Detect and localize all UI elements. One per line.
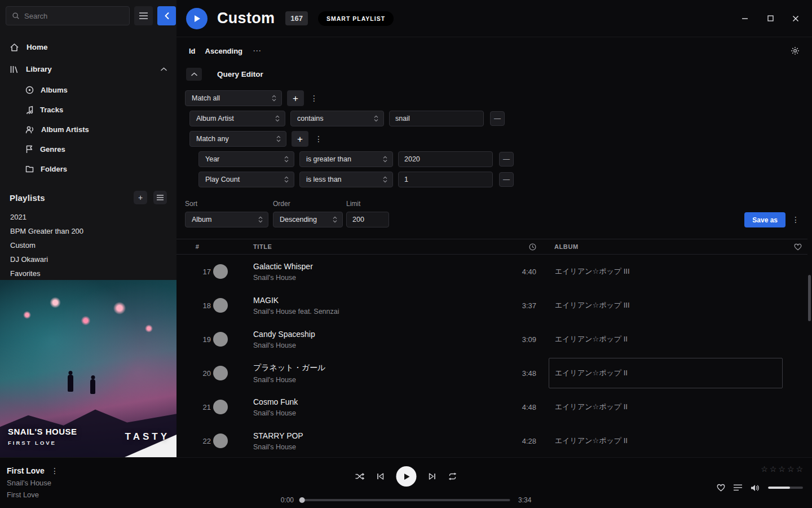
- next-track-button[interactable]: [429, 472, 436, 480]
- sub-item-label: Albums: [41, 86, 68, 94]
- remove-rule-button[interactable]: —: [499, 152, 514, 167]
- play-pause-button[interactable]: [396, 466, 417, 487]
- rule-field-dropdown[interactable]: Play Count: [198, 172, 294, 187]
- dropdown-arrows-icon: [383, 176, 387, 183]
- order-label: Order: [273, 200, 346, 208]
- volume-icon[interactable]: [751, 484, 760, 492]
- shuffle-button[interactable]: [355, 472, 365, 480]
- star-icon[interactable]: ☆: [761, 465, 768, 474]
- table-row[interactable]: 18 MAGIK Snail's House feat. Sennzai 3:3…: [176, 288, 807, 322]
- now-playing-menu-button[interactable]: ⋮: [51, 466, 58, 475]
- rule-field-dropdown[interactable]: Year: [198, 151, 294, 167]
- add-playlist-button[interactable]: +: [134, 191, 147, 204]
- sort-field-button[interactable]: Id: [189, 47, 196, 55]
- track-album[interactable]: エイリアン☆ポップ III: [549, 256, 783, 287]
- track-album[interactable]: エイリアン☆ポップ II: [549, 392, 783, 422]
- hamburger-menu-button[interactable]: [134, 6, 153, 25]
- close-button[interactable]: [792, 15, 800, 23]
- table-row[interactable]: 22 STARRY POP Snail's House 4:28 エイリアン☆ポ…: [176, 424, 807, 457]
- page-title: Custom: [217, 10, 275, 27]
- star-icon[interactable]: ☆: [796, 465, 803, 474]
- music-note-icon: [25, 106, 33, 114]
- sort-by-dropdown[interactable]: Album: [185, 212, 268, 227]
- search-box[interactable]: [6, 6, 130, 25]
- remove-rule-button[interactable]: —: [490, 111, 505, 126]
- seek-handle[interactable]: [299, 497, 305, 503]
- rule-field-dropdown[interactable]: Album Artist: [189, 111, 285, 126]
- maximize-button[interactable]: [766, 15, 774, 23]
- minimize-button[interactable]: [741, 15, 749, 23]
- column-header-duration[interactable]: [505, 243, 536, 251]
- table-row[interactable]: 20 プラネット・ガール Snail's House 3:48 エイリアン☆ポッ…: [176, 356, 807, 390]
- query-rule-row: Play Count is less than —: [198, 172, 801, 187]
- group-match-dropdown[interactable]: Match any: [189, 131, 286, 147]
- sort-direction-button[interactable]: Ascending: [205, 47, 242, 55]
- play-playlist-button[interactable]: [186, 8, 208, 29]
- column-header-favorite[interactable]: [783, 243, 802, 251]
- table-row[interactable]: 19 Candy Spaceship Snail's House 3:09 エイ…: [176, 322, 807, 356]
- sidebar-item-tracks[interactable]: Tracks: [0, 100, 176, 120]
- volume-slider[interactable]: [768, 487, 803, 489]
- playlist-item[interactable]: DJ Okawari: [0, 252, 176, 266]
- rule-operator-dropdown[interactable]: is less than: [299, 172, 393, 187]
- track-album[interactable]: エイリアン☆ポップ II: [549, 324, 783, 354]
- column-header-number[interactable]: #: [184, 243, 211, 250]
- add-group-rule-button[interactable]: +: [292, 131, 308, 147]
- star-icon[interactable]: ☆: [787, 465, 795, 474]
- root-rules: Album Artist contains —: [185, 111, 801, 126]
- sidebar-item-genres[interactable]: Genres: [0, 139, 176, 159]
- star-icon[interactable]: ☆: [778, 465, 785, 474]
- track-album[interactable]: エイリアン☆ポップ III: [549, 290, 783, 321]
- scrollbar-thumb[interactable]: [808, 275, 811, 321]
- sidebar-item-home[interactable]: Home: [0, 36, 176, 58]
- sidebar-item-album-artists[interactable]: Album Artists: [0, 120, 176, 139]
- track-album[interactable]: エイリアン☆ポップ II: [549, 426, 783, 456]
- sub-item-label: Tracks: [40, 106, 63, 114]
- track-number: 17: [184, 268, 211, 276]
- main-content: Custom 167 SMART PLAYLIST Id Ascending ⋯: [176, 0, 812, 457]
- add-rule-button[interactable]: +: [287, 90, 304, 106]
- root-match-dropdown[interactable]: Match all: [185, 90, 282, 106]
- artist-icon: [25, 125, 34, 134]
- save-as-button[interactable]: Save as: [744, 212, 785, 227]
- back-button[interactable]: [157, 6, 176, 25]
- queue-button[interactable]: [734, 484, 742, 491]
- favorite-heart-button[interactable]: [717, 484, 725, 492]
- settings-gear-button[interactable]: [791, 46, 800, 55]
- track-album[interactable]: エイリアン☆ポップ II: [549, 358, 783, 388]
- playlist-item[interactable]: 2021: [0, 210, 176, 224]
- playlist-item[interactable]: Favorites: [0, 266, 176, 281]
- previous-track-button[interactable]: [377, 472, 385, 480]
- table-row[interactable]: 17 Galactic Whisper Snail's House 4:40 エ…: [176, 255, 807, 288]
- playlist-item[interactable]: BPM Greater than 200: [0, 224, 176, 238]
- track-number: 21: [184, 403, 211, 411]
- dropdown-arrows-icon: [272, 95, 276, 102]
- save-menu-button[interactable]: ⋮: [791, 212, 801, 227]
- star-icon[interactable]: ☆: [770, 465, 777, 474]
- rule-value-input[interactable]: [398, 151, 493, 167]
- player-right-controls: [717, 484, 803, 492]
- dropdown-arrows-icon: [374, 115, 378, 122]
- sidebar-item-folders[interactable]: Folders: [0, 159, 176, 179]
- seek-bar[interactable]: [302, 499, 510, 501]
- rule-value-input[interactable]: [389, 111, 484, 126]
- group-menu-button[interactable]: ⋮: [314, 131, 324, 147]
- repeat-button[interactable]: [448, 472, 457, 480]
- search-input[interactable]: [24, 12, 123, 20]
- column-header-title[interactable]: TITLE: [253, 243, 505, 250]
- table-row[interactable]: 21 Cosmo Funk Snail's House 4:48 エイリアン☆ポ…: [176, 390, 807, 424]
- playlist-list-view-button[interactable]: [153, 191, 167, 204]
- sidebar-item-library[interactable]: Library: [0, 58, 176, 80]
- rule-menu-button[interactable]: ⋮: [309, 90, 319, 106]
- limit-input[interactable]: [346, 212, 389, 227]
- rule-operator-dropdown[interactable]: is greater than: [299, 151, 393, 167]
- sort-more-button[interactable]: ⋯: [253, 46, 262, 56]
- playlist-item[interactable]: Custom: [0, 238, 176, 252]
- collapse-query-editor-button[interactable]: [186, 68, 202, 81]
- order-dropdown[interactable]: Descending: [273, 212, 343, 227]
- rule-operator-dropdown[interactable]: contains: [290, 111, 384, 126]
- sidebar-item-albums[interactable]: Albums: [0, 80, 176, 100]
- rule-value-input[interactable]: [398, 172, 493, 187]
- remove-rule-button[interactable]: —: [499, 172, 514, 187]
- column-header-album[interactable]: ALBUM: [549, 243, 783, 250]
